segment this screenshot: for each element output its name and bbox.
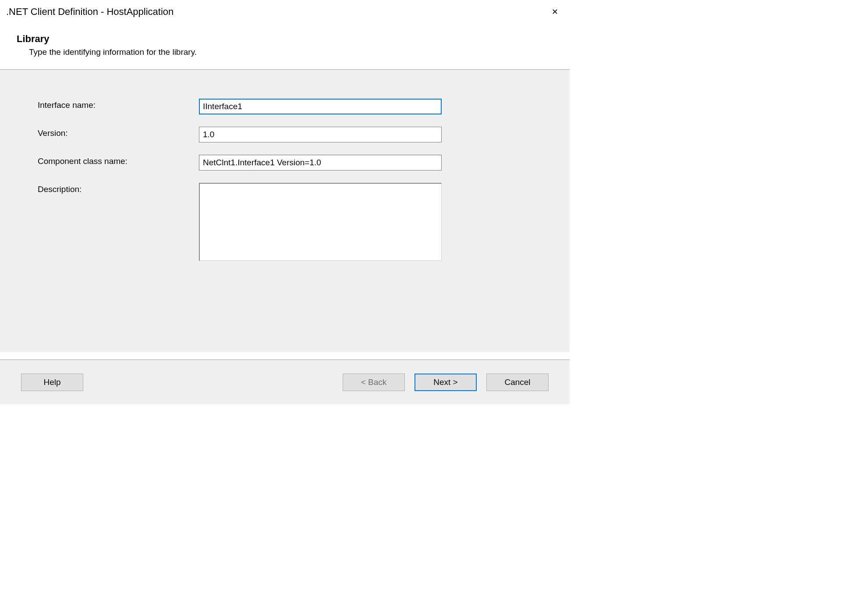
interface-name-input[interactable] (199, 99, 442, 114)
description-label: Description: (38, 183, 199, 194)
page-subtitle: Type the identifying information for the… (17, 47, 563, 57)
interface-name-label: Interface name: (38, 99, 199, 110)
window-title: .NET Client Definition - HostApplication (6, 6, 174, 18)
description-row: Description: (38, 183, 543, 261)
close-icon[interactable]: ✕ (550, 6, 560, 18)
titlebar: .NET Client Definition - HostApplication… (0, 0, 570, 25)
description-input[interactable] (199, 183, 442, 261)
interface-name-row: Interface name: (38, 99, 543, 114)
version-input[interactable] (199, 127, 442, 142)
cancel-button[interactable]: Cancel (486, 374, 549, 391)
version-label: Version: (38, 127, 199, 138)
component-class-label: Component class name: (38, 155, 199, 166)
component-class-row: Component class name: NetClnt1.Interface… (38, 155, 543, 171)
component-class-readonly: NetClnt1.Interface1 Version=1.0 (199, 155, 442, 171)
next-button[interactable]: Next > (415, 374, 477, 391)
header-section: Library Type the identifying information… (0, 25, 570, 69)
form-area: Interface name: Version: Component class… (0, 70, 570, 352)
footer-right: < Back Next > Cancel (343, 374, 549, 391)
footer: Help < Back Next > Cancel (0, 360, 570, 404)
back-button: < Back (343, 374, 405, 391)
help-button[interactable]: Help (21, 374, 83, 391)
footer-left: Help (21, 374, 83, 391)
version-row: Version: (38, 127, 543, 142)
page-title: Library (17, 33, 563, 45)
